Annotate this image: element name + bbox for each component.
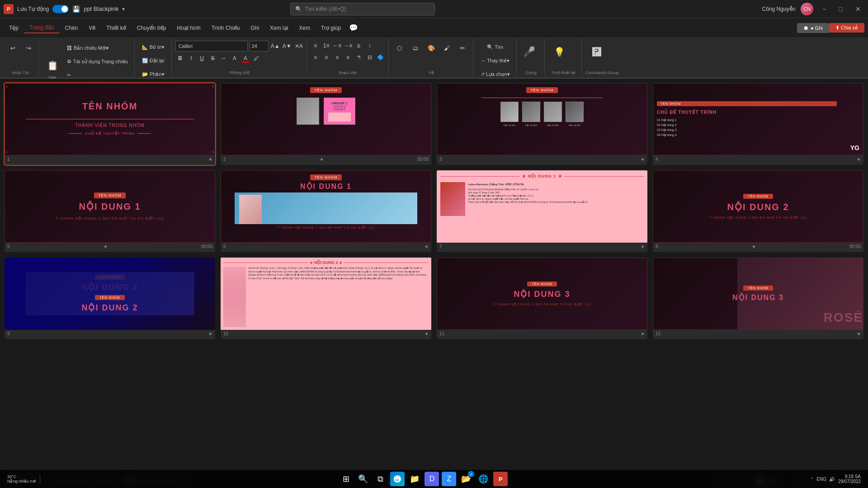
corner-tl: + [5,84,8,89]
tab-xem[interactable]: Xem [293,23,316,33]
autosave-toggle[interactable] [52,5,69,13]
slide-8[interactable]: TÊN NHÓM NỘI DUNG 2 Ý CHÍNH NỘI DUNG 1 G… [653,170,863,252]
align-vert-button[interactable]: ⊟ [365,52,375,62]
arrange-button[interactable]: 🗂 [408,41,423,55]
align-left-button[interactable]: ≡ [311,52,321,62]
list-bullet-button[interactable]: ≡ [311,41,321,51]
powerpoint-taskbar-button[interactable]: P [493,472,508,486]
highlight-button[interactable]: 🖊 [251,53,261,63]
slide-10[interactable]: NỘI DUNG 2 Jennie Kim (Hangul: 김제니; sinh… [221,258,431,339]
decrease-font-button[interactable]: A▼ [282,41,292,51]
reset-button[interactable]: 🔄 Đặt lại [138,54,168,67]
text-direction-button[interactable]: ↰ [354,52,364,62]
tab-chuyentiep[interactable]: Chuyển tiếp [132,23,172,33]
dropdown-arrow[interactable]: ▾ [122,6,125,12]
voice-button[interactable]: 🎤 [520,41,538,63]
chiase-button[interactable]: ⬆ Chia sẻ [829,23,864,33]
tab-chen[interactable]: Chèn [60,23,84,33]
zoom-taskbar-button[interactable]: Z [442,472,456,486]
tab-xemlai[interactable]: Xem lại [264,23,293,33]
tab-trinhchieu[interactable]: Trình Chiếu [206,23,245,33]
restore-button[interactable]: □ [835,5,846,13]
taskview-button[interactable]: ⧉ [373,472,387,486]
columns-button[interactable]: ⫼ [354,41,364,51]
slide-6-footer: 6 ★ [221,243,431,250]
new-slide-button[interactable]: 🖼Bản chiếu Mới▾ [63,42,132,54]
pixton-button[interactable]: 🅿 [585,41,608,63]
discord-button[interactable]: D [425,472,439,486]
line-spacing-button[interactable]: ↕ [365,41,375,51]
strikethrough-button[interactable]: S [208,53,218,63]
files-button[interactable]: 📂 2 [459,472,473,486]
comment-button[interactable]: 💬 [346,23,361,32]
smartart-button[interactable]: 🔷 [376,52,386,62]
search-bar[interactable]: 🔍 Tìm kiếm (Alt+Q) [290,3,435,15]
slide-9[interactable]: TÊN NHÓM NỘI DUNG 2 TÊN NHÓM NỘI DUNG 2 … [5,258,215,339]
layout-button[interactable]: 📐 Bố trí▾ [138,41,168,53]
list-number-button[interactable]: 1≡ [321,41,331,51]
close-button[interactable]: ✕ [852,5,864,13]
slide-11-number: 11 [439,331,444,336]
increase-indent-button[interactable]: →≡ [343,41,353,51]
explorer-button[interactable]: 📁 [407,472,422,486]
redo-button[interactable]: ↪ [21,41,36,55]
slide-4[interactable]: TÊN NHÓM CHỦ ĐỀ THUYẾT TRÌNH 01 Nội dung… [653,83,863,165]
quick-style-button[interactable]: 🎨 [424,41,439,55]
lang-icon[interactable]: ENG [816,477,826,482]
slide-2[interactable]: TÊN NHÓM GROUP 1 GROUP'S GROUP 5 2 ★ [221,83,431,165]
slide-7[interactable]: NỘI DUNG 1 Lalisa Manoban (Tiếng Thái: ล… [437,170,647,252]
tab-hoathinh[interactable]: Hoạt hình [171,23,206,33]
avatar[interactable]: CN [801,3,813,15]
undo-button[interactable]: ↩ [5,41,20,55]
paste-button[interactable]: 📋 [42,56,62,75]
designer-button[interactable]: 💡 [548,41,571,63]
font-color-button[interactable]: A [241,53,250,63]
slide-1[interactable]: + × TÊN NHÓM THÀNH VIÊN TRONG NHÓM CHỦ Đ… [5,83,215,165]
tab-trangdau[interactable]: Trang đầu [24,23,60,33]
italic-button[interactable]: I [186,53,196,63]
shadow-button[interactable]: A [230,53,240,63]
edge-button[interactable] [390,472,405,486]
quick-edit-button[interactable]: ✏ [456,41,470,55]
shape-fill-button[interactable]: 🖌 [440,41,454,55]
clock[interactable]: 9:19 SA 29/07/2022 [838,474,861,484]
underline-button[interactable]: U [197,53,207,63]
ghi-button[interactable]: ⏺ ● Ghi [797,23,829,33]
time: 9:19 SA [844,474,861,479]
slide-5[interactable]: TÊN NHÓM NỘI DUNG 1 Ý CHÍNH NỘI DUNG 1 G… [5,170,215,252]
tab-thietke[interactable]: Thiết kế [101,23,131,33]
slide-3[interactable]: TÊN NHÓM Họ và tên Họ và tên [437,83,647,165]
reuse-slide-button[interactable]: ♻Tái sử dụng Trang chiếu [63,55,132,68]
decrease-indent-button[interactable]: ←≡ [332,41,342,51]
clear-format-button[interactable]: ✕A [294,41,304,51]
minimize-button[interactable]: − [819,5,830,13]
replace-button[interactable]: ↔ Thay thế▾ [477,54,513,67]
increase-font-button[interactable]: A▲ [270,41,280,51]
align-right-button[interactable]: ≡ [332,52,342,62]
tab-tep[interactable]: Tệp [4,23,24,33]
align-center-button[interactable]: ≡ [321,52,331,62]
font-family-input[interactable] [175,41,248,52]
start-button[interactable]: ⊞ [339,472,353,486]
main-area: + × TÊN NHÓM THÀNH VIÊN TRONG NHÓM CHỦ Đ… [0,79,868,472]
chrome-button[interactable]: 🌐 [476,472,491,486]
align-justify-button[interactable]: ≡ [343,52,353,62]
spacing-button[interactable]: ↔ [219,53,229,63]
save-button[interactable]: 💾 [72,5,80,13]
tab-trogiup[interactable]: Trợ giúp [316,23,346,33]
chevron-icon[interactable]: ⌃ [810,477,814,482]
tab-ghi[interactable]: Ghi [245,23,264,33]
slide-10-number: 10 [223,331,228,336]
tab-ve[interactable]: Vẽ [83,23,101,33]
slide-6[interactable]: TÊN NHÓM NỘI DUNG 1 Ý CHÍNH NỘI DUNG 1 G… [221,170,431,252]
find-button[interactable]: 🔍 Tìm [483,41,507,53]
volume-icon[interactable]: 🔊 [829,477,835,482]
bold-button[interactable]: B [175,53,185,63]
search-taskbar-button[interactable]: 🔍 [356,472,370,486]
slide-11[interactable]: TÊN NHÓM NỘI DUNG 3 Ý CHÍNH NỘI DUNG 1 G… [437,258,647,339]
slide-7-thumb: NỘI DUNG 1 Lalisa Manoban (Tiếng Thái: ล… [437,170,647,243]
file-name[interactable]: ppt Blackpink [84,5,118,12]
shape-button[interactable]: ⬡ [392,41,407,55]
slide-12[interactable]: TÊN NHÓM NỘI DUNG 3 ROSÉ 12 ★ [653,258,863,339]
font-size-input[interactable] [250,41,269,52]
